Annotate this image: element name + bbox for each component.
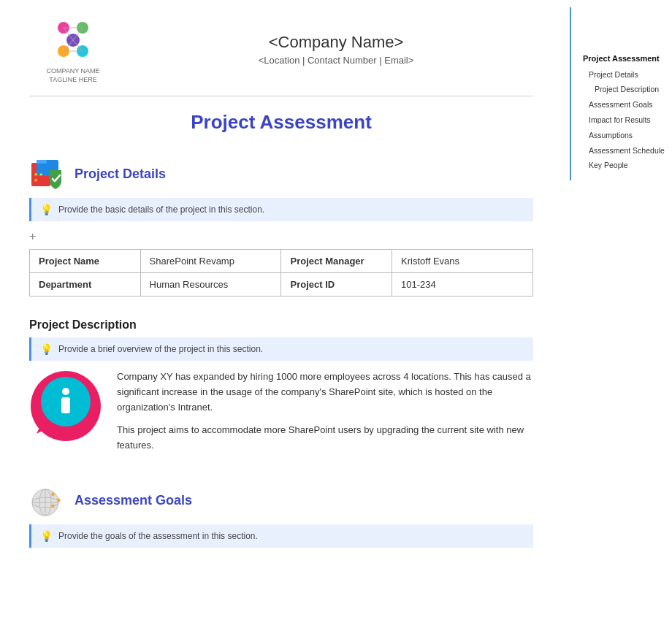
table-row: Project Name SharePoint Revamp Project M… xyxy=(30,250,533,273)
value-department: Human Resources xyxy=(140,273,281,296)
header: COMPANY NAME TAGLINE HERE <Company Name>… xyxy=(29,15,533,96)
svg-text:★: ★ xyxy=(56,496,62,504)
label-project-id: Project ID xyxy=(281,273,392,296)
sidebar-item-assumptions[interactable]: Assumptions xyxy=(579,128,665,143)
hint-box-details: 💡 Provide the basic details of the proje… xyxy=(29,198,533,221)
label-department: Department xyxy=(30,273,141,296)
hint-box-goals: 💡 Provide the goals of the assessment in… xyxy=(29,524,533,548)
sidebar: Project Assessment Project Details Proje… xyxy=(570,7,672,180)
label-project-name: Project Name xyxy=(30,250,141,273)
sidebar-item-assessment-goals[interactable]: Assessment Goals xyxy=(579,97,665,112)
value-project-manager: Kristoff Evans xyxy=(392,250,533,273)
description-para1: Company XY has expanded by hiring 1000 m… xyxy=(117,370,533,415)
assessment-goals-icon: ★ ★ ★ xyxy=(29,482,66,519)
sidebar-item-key-people[interactable]: Key People xyxy=(579,158,665,173)
section-header-details: ★ ★ ★ Project Details xyxy=(29,156,533,192)
contact-info: <Location | Contact Number | Email> xyxy=(139,55,533,66)
svg-text:★: ★ xyxy=(34,172,38,177)
hint-icon-details: 💡 xyxy=(40,204,53,215)
section-title-description: Project Description xyxy=(29,318,137,332)
hint-text-details: Provide the basic details of the project… xyxy=(58,204,264,215)
company-tagline: COMPANY NAME TAGLINE HERE xyxy=(46,67,99,84)
sidebar-item-project-details[interactable]: Project Details xyxy=(579,67,665,83)
page-title: Project Assessment xyxy=(29,111,533,134)
project-details-icon: ★ ★ ★ xyxy=(29,156,66,192)
sidebar-item-assessment-schedule[interactable]: Assessment Schedule xyxy=(579,143,665,158)
description-content: Company XY has expanded by hiring 1000 m… xyxy=(29,370,533,460)
main-content: COMPANY NAME TAGLINE HERE <Company Name>… xyxy=(0,0,562,639)
table-row: Department Human Resources Project ID 10… xyxy=(30,273,533,296)
company-logo xyxy=(47,15,99,66)
section-assessment-goals: ★ ★ ★ Assessment Goals 💡 Provide the goa… xyxy=(29,482,533,548)
sidebar-item-impact-results[interactable]: Impact for Results xyxy=(579,112,665,128)
svg-text:★: ★ xyxy=(34,177,38,183)
section-project-description: Project Description 💡 Provide a brief ov… xyxy=(29,318,533,460)
hint-icon-description: 💡 xyxy=(40,343,53,355)
section-title-goals: Assessment Goals xyxy=(75,493,192,508)
company-name: <Company Name> xyxy=(139,33,533,52)
svg-rect-20 xyxy=(61,397,70,413)
section-project-details: ★ ★ ★ Project Details 💡 Provide the basi… xyxy=(29,156,533,296)
svg-text:★: ★ xyxy=(39,172,43,177)
sidebar-item-project-assessment[interactable]: Project Assessment xyxy=(579,51,665,67)
logo-area: COMPANY NAME TAGLINE HERE xyxy=(29,15,117,84)
section-header-description: Project Description xyxy=(29,318,533,332)
hint-text-description: Provide a brief overview of the project … xyxy=(58,344,263,354)
section-title-details: Project Details xyxy=(75,167,166,182)
header-text: <Company Name> <Location | Contact Numbe… xyxy=(139,33,533,66)
value-project-id: 101-234 xyxy=(392,273,533,296)
add-row-button[interactable]: + xyxy=(29,230,533,243)
svg-point-19 xyxy=(62,388,69,395)
section-header-goals: ★ ★ ★ Assessment Goals xyxy=(29,482,533,519)
svg-text:★: ★ xyxy=(50,502,56,510)
label-project-manager: Project Manager xyxy=(281,250,392,273)
svg-rect-13 xyxy=(37,160,47,164)
info-icon xyxy=(29,370,102,443)
project-details-table: Project Name SharePoint Revamp Project M… xyxy=(29,249,533,296)
hint-icon-goals: 💡 xyxy=(40,530,53,542)
value-project-name: SharePoint Revamp xyxy=(140,250,281,273)
description-para2: This project aims to accommodate more Sh… xyxy=(117,423,533,454)
sidebar-item-project-description[interactable]: Project Description xyxy=(579,82,665,97)
hint-text-goals: Provide the goals of the assessment in t… xyxy=(58,531,258,541)
hint-box-description: 💡 Provide a brief overview of the projec… xyxy=(29,337,533,361)
description-text: Company XY has expanded by hiring 1000 m… xyxy=(117,370,533,460)
